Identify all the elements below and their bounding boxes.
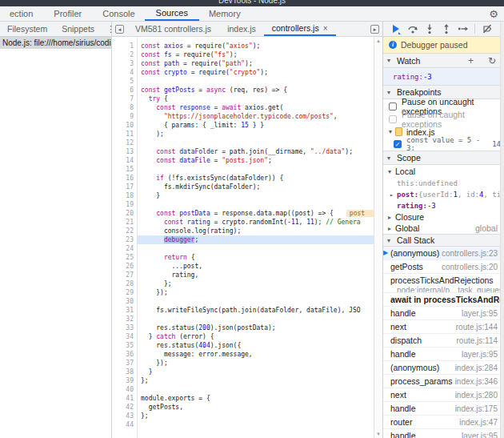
line-number[interactable]: 33: [112, 323, 137, 332]
code-line[interactable]: const path = require("path");: [138, 59, 374, 68]
callstack-frame[interactable]: handlelayer.js:95: [383, 348, 504, 361]
pause-caught-checkbox[interactable]: [389, 115, 397, 123]
code-line[interactable]: { params: { _limit: 15 } }: [138, 121, 374, 130]
code-line[interactable]: ...post,: [138, 262, 374, 271]
line-number[interactable]: 17: [112, 183, 137, 191]
file-tab-index-js[interactable]: index.js: [219, 22, 264, 36]
navigator-item-nodejs-target[interactable]: Node.js: file:///home/sirius/coding/a: [0, 37, 111, 49]
line-number[interactable]: 9: [112, 112, 137, 121]
callstack-section-header[interactable]: ▾ Call Stack: [383, 234, 504, 247]
line-number[interactable]: 24: [112, 244, 137, 253]
line-number[interactable]: 25: [112, 253, 137, 262]
step-out-button[interactable]: [438, 22, 454, 35]
line-number[interactable]: 14: [112, 156, 137, 165]
code-line[interactable]: const response = await axios.get(: [138, 103, 374, 112]
code-line[interactable]: module.exports = {: [138, 394, 374, 403]
breakpoint-checkbox[interactable]: ✓: [394, 140, 402, 148]
scroll-up-icon[interactable]: ▲: [376, 37, 381, 45]
line-number[interactable]: 37: [112, 359, 137, 368]
scope-variable-row[interactable]: ▸post: {userId: 1, id: 4, ti: [383, 189, 504, 200]
callstack-frame[interactable]: (anonymous)index.js:284: [383, 361, 504, 375]
code-line[interactable]: };: [138, 376, 374, 385]
code-line[interactable]: res.status(200).json(postData);: [138, 323, 374, 332]
hide-navigator-button[interactable]: ◂: [112, 22, 127, 36]
callstack-frame[interactable]: ▶(anonymous)controllers.js:23: [383, 247, 504, 260]
more-open-tabs-button[interactable]: ▸: [367, 22, 382, 36]
callstack-frame[interactable]: getPostscontrollers.js:20: [383, 260, 504, 274]
code-line[interactable]: };: [138, 412, 374, 420]
code-line[interactable]: "https://jsonplaceholder.typicode.com/po…: [138, 112, 374, 121]
main-tab-profiler[interactable]: Profiler: [42, 6, 93, 21]
tab-filesystem[interactable]: Filesystem: [0, 24, 54, 34]
line-number[interactable]: 11: [112, 130, 137, 139]
line-number[interactable]: 29: [112, 288, 137, 297]
callstack-frame[interactable]: handlelayer.js:95: [383, 429, 504, 438]
paused-code-line[interactable]: debugger;: [138, 235, 374, 244]
code-line[interactable]: const crypto = require("crypto");: [138, 68, 374, 77]
code-line[interactable]: const getPosts = async (req, res) => {: [138, 86, 374, 94]
code-area[interactable]: const axios = require("axios");const fs …: [138, 37, 374, 438]
line-number[interactable]: 18: [112, 191, 137, 200]
line-number[interactable]: 15: [112, 165, 137, 174]
line-number[interactable]: 13: [112, 147, 137, 156]
code-line[interactable]: } catch (error) {: [138, 332, 374, 341]
line-number[interactable]: 34: [112, 332, 137, 341]
settings-button[interactable]: ⚙: [483, 6, 504, 21]
line-number[interactable]: 28: [112, 279, 137, 288]
callstack-frame[interactable]: handleindex.js:175: [383, 402, 504, 416]
line-number[interactable]: 30: [112, 297, 137, 306]
line-number[interactable]: 35: [112, 341, 137, 350]
code-line[interactable]: rating,: [138, 271, 374, 279]
code-line[interactable]: const postData = response.data.map((post…: [138, 209, 374, 218]
line-number[interactable]: 19: [112, 200, 137, 209]
code-line[interactable]: [138, 315, 374, 323]
line-number[interactable]: 5: [112, 77, 137, 86]
file-tab-controllers-js[interactable]: controllers.js×: [264, 22, 336, 36]
chevron-right-icon[interactable]: ▸: [390, 191, 397, 199]
code-line[interactable]: return {: [138, 253, 374, 262]
line-number[interactable]: 44: [112, 420, 137, 429]
callstack-frame[interactable]: dispatchroute.js:114: [383, 334, 504, 348]
line-number[interactable]: 3: [112, 59, 137, 68]
step-into-button[interactable]: [422, 22, 437, 35]
callstack-frame[interactable]: nextroute.js:144: [383, 320, 504, 334]
close-icon[interactable]: ×: [323, 24, 328, 33]
code-line[interactable]: [138, 165, 374, 174]
callstack-frame[interactable]: await in processTicksAndRe…: [383, 293, 504, 307]
code-line[interactable]: console.log(rating);: [138, 227, 374, 235]
code-line[interactable]: const rating = crypto.randomInt(-11, 11)…: [138, 218, 374, 227]
line-number[interactable]: 4: [112, 68, 137, 77]
code-line[interactable]: const fs = require("fs");: [138, 50, 374, 59]
code-line[interactable]: [138, 200, 374, 209]
callstack-frame[interactable]: nextindex.js:280: [383, 388, 504, 402]
line-number[interactable]: 38: [112, 368, 137, 376]
line-number[interactable]: 23: [112, 235, 137, 244]
code-line[interactable]: [138, 244, 374, 253]
main-tab-memory[interactable]: Memory: [198, 6, 252, 21]
code-line[interactable]: [138, 385, 374, 394]
scope-closure-header[interactable]: ▸ Closure: [383, 211, 504, 223]
breakpoint-entry-row[interactable]: ✓ const value = 5 - 3; 14: [383, 138, 504, 151]
code-line[interactable]: getPosts,: [138, 403, 374, 412]
scroll-down-icon[interactable]: ▼: [376, 430, 381, 438]
callstack-frame[interactable]: handlelayer.js:95: [383, 307, 504, 320]
code-line[interactable]: const dataFolder = path.join(__dirname, …: [138, 147, 374, 156]
pause-uncaught-checkbox[interactable]: [389, 102, 397, 111]
code-line[interactable]: });: [138, 288, 374, 297]
callstack-frame[interactable]: routerindex.js:47: [383, 416, 504, 429]
main-tab-sources[interactable]: Sources: [145, 6, 199, 21]
code-line[interactable]: };: [138, 279, 374, 288]
line-number[interactable]: 27: [112, 271, 137, 279]
code-line[interactable]: message: error.message,: [138, 350, 374, 359]
code-line[interactable]: });: [138, 359, 374, 368]
line-number[interactable]: 7: [112, 94, 137, 103]
line-number[interactable]: 42: [112, 403, 137, 412]
line-number[interactable]: 12: [112, 139, 137, 147]
line-number[interactable]: 21: [112, 218, 137, 227]
line-number-gutter[interactable]: 1234567891011121314151617181920212223242…: [112, 37, 138, 438]
line-number[interactable]: 16: [112, 174, 137, 183]
sidebar-scrollbar[interactable]: [500, 22, 504, 438]
scope-variable-row[interactable]: rating: -3: [383, 200, 504, 211]
scope-global-header[interactable]: ▸ Global global: [383, 223, 504, 234]
line-number[interactable]: 20: [112, 209, 137, 218]
